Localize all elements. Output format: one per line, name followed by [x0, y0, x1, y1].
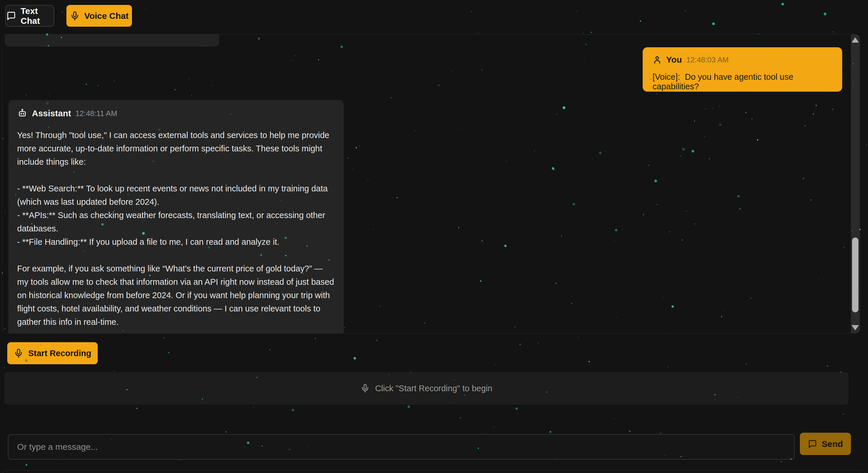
microphone-icon	[70, 11, 80, 21]
assistant-message-body: Yes! Through "tool use," I can access ex…	[17, 128, 335, 328]
robot-icon	[17, 108, 28, 119]
user-message-text: [Voice]: Do you have agentic tool use ca…	[653, 72, 832, 91]
previous-message-partial	[5, 34, 219, 47]
chat-scrollbar[interactable]	[851, 34, 860, 333]
assistant-paragraph: - **Web Search:** To look up recent even…	[17, 182, 335, 249]
microphone-icon	[13, 348, 24, 358]
assistant-message-header: Assistant 12:48:11 AM	[17, 108, 335, 119]
tab-text-chat-label: Text Chat	[21, 6, 54, 26]
assistant-message-sender: Assistant	[32, 108, 71, 118]
chat-bubble-icon	[808, 439, 817, 449]
user-icon	[653, 55, 662, 64]
recording-status-panel: Click "Start Recording" to begin	[4, 372, 848, 405]
start-recording-button[interactable]: Start Recording	[7, 342, 98, 364]
bottom-section-divider	[2, 470, 866, 473]
user-message-bubble: You 12:48:03 AM [Voice]: Do you have age…	[643, 47, 842, 92]
assistant-paragraph: Yes! Through "tool use," I can access ex…	[17, 128, 335, 168]
scroll-up-arrow[interactable]	[851, 37, 859, 43]
tab-text-chat[interactable]: Text Chat	[5, 5, 54, 27]
send-button-label: Send	[822, 439, 843, 449]
scroll-down-arrow[interactable]	[851, 325, 859, 330]
user-message-sender: You	[666, 55, 682, 65]
send-button[interactable]: Send	[800, 433, 851, 455]
assistant-message-timestamp: 12:48:11 AM	[75, 109, 117, 118]
user-message-header: You 12:48:03 AM	[653, 55, 832, 65]
message-input[interactable]	[8, 434, 795, 460]
microphone-icon	[361, 384, 370, 393]
assistant-message-bubble: Assistant 12:48:11 AM Yes! Through "tool…	[8, 100, 344, 334]
chat-bubble-icon	[6, 11, 16, 21]
tab-voice-chat-label: Voice Chat	[84, 11, 129, 21]
scrollbar-thumb[interactable]	[852, 238, 859, 312]
tab-voice-chat[interactable]: Voice Chat	[66, 5, 132, 27]
chat-message-area: You 12:48:03 AM [Voice]: Do you have age…	[2, 34, 860, 334]
assistant-paragraph: For example, if you ask something like “…	[17, 262, 335, 328]
user-message-timestamp: 12:48:03 AM	[686, 55, 728, 64]
top-bar: Text Chat Voice Chat	[0, 0, 868, 34]
start-recording-label: Start Recording	[28, 349, 91, 358]
recording-status-text: Click "Start Recording" to begin	[375, 384, 492, 393]
